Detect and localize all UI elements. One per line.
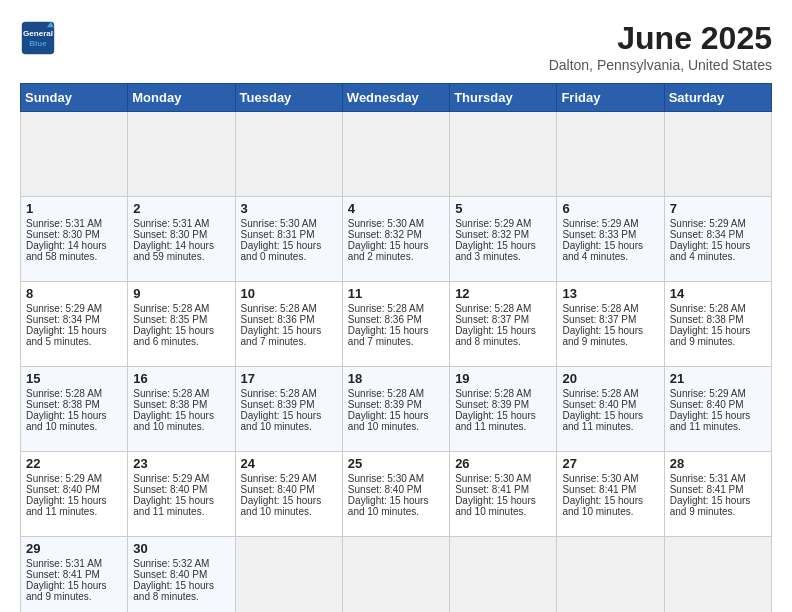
calendar-row: 15Sunrise: 5:28 AMSunset: 8:38 PMDayligh… (21, 367, 772, 452)
header: General Blue June 2025 Dalton, Pennsylva… (20, 20, 772, 73)
day-number: 29 (26, 541, 122, 556)
day-number: 3 (241, 201, 337, 216)
table-row: 18Sunrise: 5:28 AMSunset: 8:39 PMDayligh… (342, 367, 449, 452)
table-row: 10Sunrise: 5:28 AMSunset: 8:36 PMDayligh… (235, 282, 342, 367)
day-number: 23 (133, 456, 229, 471)
table-row: 26Sunrise: 5:30 AMSunset: 8:41 PMDayligh… (450, 452, 557, 537)
day-info-line: Sunrise: 5:28 AM (562, 388, 658, 399)
day-info-line: Sunset: 8:40 PM (562, 399, 658, 410)
table-row: 21Sunrise: 5:29 AMSunset: 8:40 PMDayligh… (664, 367, 771, 452)
day-info-line: Sunset: 8:41 PM (670, 484, 766, 495)
table-row: 25Sunrise: 5:30 AMSunset: 8:40 PMDayligh… (342, 452, 449, 537)
day-number: 30 (133, 541, 229, 556)
calendar-row: 1Sunrise: 5:31 AMSunset: 8:30 PMDaylight… (21, 197, 772, 282)
table-row (235, 112, 342, 197)
day-info-line: Sunrise: 5:28 AM (455, 388, 551, 399)
day-info-line: Sunset: 8:41 PM (455, 484, 551, 495)
day-number: 14 (670, 286, 766, 301)
day-info-line: Sunset: 8:33 PM (562, 229, 658, 240)
calendar-row: 22Sunrise: 5:29 AMSunset: 8:40 PMDayligh… (21, 452, 772, 537)
day-info-line: Sunset: 8:31 PM (241, 229, 337, 240)
day-info-line: Daylight: 15 hours (670, 240, 766, 251)
day-info-line: Sunrise: 5:30 AM (348, 473, 444, 484)
table-row: 6Sunrise: 5:29 AMSunset: 8:33 PMDaylight… (557, 197, 664, 282)
table-row (557, 112, 664, 197)
day-info-line: Sunrise: 5:29 AM (26, 303, 122, 314)
col-sunday: Sunday (21, 84, 128, 112)
table-row: 2Sunrise: 5:31 AMSunset: 8:30 PMDaylight… (128, 197, 235, 282)
table-row: 9Sunrise: 5:28 AMSunset: 8:35 PMDaylight… (128, 282, 235, 367)
day-info-line: Sunset: 8:39 PM (241, 399, 337, 410)
table-row: 3Sunrise: 5:30 AMSunset: 8:31 PMDaylight… (235, 197, 342, 282)
day-info-line: and 11 minutes. (670, 421, 766, 432)
day-info-line: Daylight: 15 hours (670, 410, 766, 421)
table-row: 5Sunrise: 5:29 AMSunset: 8:32 PMDaylight… (450, 197, 557, 282)
table-row: 14Sunrise: 5:28 AMSunset: 8:38 PMDayligh… (664, 282, 771, 367)
day-info-line: Sunrise: 5:28 AM (241, 388, 337, 399)
day-info-line: Sunrise: 5:29 AM (670, 388, 766, 399)
day-info-line: Daylight: 15 hours (241, 410, 337, 421)
table-row: 8Sunrise: 5:29 AMSunset: 8:34 PMDaylight… (21, 282, 128, 367)
svg-text:Blue: Blue (29, 39, 47, 48)
day-info-line: Sunset: 8:40 PM (348, 484, 444, 495)
day-info-line: Daylight: 15 hours (455, 410, 551, 421)
day-info-line: and 11 minutes. (562, 421, 658, 432)
day-info-line: and 8 minutes. (133, 591, 229, 602)
col-saturday: Saturday (664, 84, 771, 112)
day-number: 7 (670, 201, 766, 216)
day-info-line: Sunset: 8:35 PM (133, 314, 229, 325)
table-row: 16Sunrise: 5:28 AMSunset: 8:38 PMDayligh… (128, 367, 235, 452)
day-info-line: Sunrise: 5:32 AM (133, 558, 229, 569)
day-number: 12 (455, 286, 551, 301)
day-info-line: Daylight: 15 hours (133, 325, 229, 336)
day-number: 9 (133, 286, 229, 301)
day-info-line: and 9 minutes. (26, 591, 122, 602)
day-info-line: Sunrise: 5:30 AM (241, 218, 337, 229)
day-info-line: and 59 minutes. (133, 251, 229, 262)
col-friday: Friday (557, 84, 664, 112)
day-info-line: and 10 minutes. (348, 421, 444, 432)
day-info-line: Daylight: 15 hours (133, 410, 229, 421)
day-info-line: Sunset: 8:34 PM (670, 229, 766, 240)
day-info-line: Daylight: 15 hours (26, 325, 122, 336)
calendar-row: 8Sunrise: 5:29 AMSunset: 8:34 PMDaylight… (21, 282, 772, 367)
table-row (664, 112, 771, 197)
svg-text:General: General (23, 29, 53, 38)
table-row: 4Sunrise: 5:30 AMSunset: 8:32 PMDaylight… (342, 197, 449, 282)
day-info-line: and 9 minutes. (670, 336, 766, 347)
day-number: 6 (562, 201, 658, 216)
day-info-line: Daylight: 15 hours (26, 580, 122, 591)
day-info-line: Sunrise: 5:28 AM (348, 303, 444, 314)
day-info-line: Sunset: 8:40 PM (670, 399, 766, 410)
day-info-line: Sunset: 8:40 PM (133, 484, 229, 495)
day-info-line: Sunrise: 5:30 AM (348, 218, 444, 229)
day-number: 5 (455, 201, 551, 216)
day-info-line: Sunset: 8:38 PM (133, 399, 229, 410)
day-number: 26 (455, 456, 551, 471)
logo: General Blue (20, 20, 60, 56)
day-number: 20 (562, 371, 658, 386)
table-row (450, 537, 557, 613)
table-row (342, 537, 449, 613)
col-tuesday: Tuesday (235, 84, 342, 112)
day-info-line: Sunrise: 5:28 AM (133, 303, 229, 314)
day-info-line: Daylight: 15 hours (455, 240, 551, 251)
day-info-line: Sunrise: 5:28 AM (670, 303, 766, 314)
day-info-line: Sunrise: 5:31 AM (133, 218, 229, 229)
table-row: 22Sunrise: 5:29 AMSunset: 8:40 PMDayligh… (21, 452, 128, 537)
day-info-line: Daylight: 15 hours (348, 240, 444, 251)
day-number: 17 (241, 371, 337, 386)
day-info-line: Sunset: 8:30 PM (26, 229, 122, 240)
table-row (450, 112, 557, 197)
day-info-line: Sunset: 8:30 PM (133, 229, 229, 240)
day-info-line: Sunrise: 5:31 AM (670, 473, 766, 484)
day-info-line: and 10 minutes. (241, 506, 337, 517)
calendar-row (21, 112, 772, 197)
table-row (342, 112, 449, 197)
day-info-line: Sunrise: 5:29 AM (133, 473, 229, 484)
day-info-line: and 9 minutes. (562, 336, 658, 347)
table-row: 23Sunrise: 5:29 AMSunset: 8:40 PMDayligh… (128, 452, 235, 537)
day-info-line: Sunset: 8:38 PM (670, 314, 766, 325)
day-info-line: and 10 minutes. (562, 506, 658, 517)
day-info-line: Daylight: 15 hours (241, 325, 337, 336)
